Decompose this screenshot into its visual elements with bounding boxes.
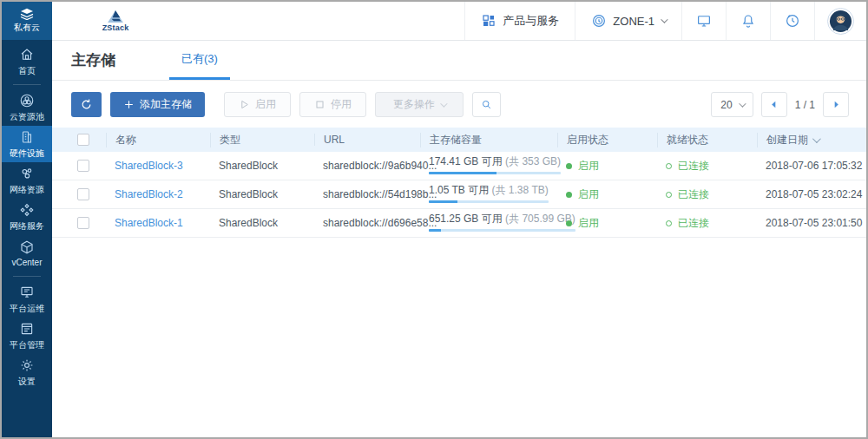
page-size-select[interactable]: 20 <box>711 92 753 117</box>
chevron-down-icon <box>661 16 667 23</box>
sidebar-item-network-resource[interactable]: 网络资源 <box>2 162 52 199</box>
status-dot-icon <box>566 220 572 226</box>
pagination: 20 1 / 1 <box>711 92 849 117</box>
disable-button[interactable]: 停用 <box>299 92 366 117</box>
capacity-cell: 1.05 TB 可用 (共 1.38 TB) <box>429 183 549 203</box>
next-page-button[interactable] <box>823 92 849 117</box>
storage-name-link[interactable]: SharedBlock-1 <box>115 217 183 229</box>
sidebar-item-home[interactable]: 首页 <box>2 43 52 80</box>
sidebar-item-platform-mgmt[interactable]: 平台管理 <box>2 318 52 354</box>
sidebar-item-cloud-pool[interactable]: 云资源池 <box>2 89 52 126</box>
chevron-down-icon <box>440 100 447 107</box>
storage-url: sharedblock://54d198b... <box>323 188 429 200</box>
operation-history-button[interactable] <box>770 2 814 40</box>
column-header-enable-status[interactable]: 启用状态 <box>557 133 666 147</box>
capacity-cell: 651.25 GB 可用 (共 705.99 GB) <box>429 212 575 232</box>
ready-status-badge: 已连接 <box>666 159 709 174</box>
grid-icon <box>481 13 496 29</box>
app-window: 私有云 首页 云资源池 硬件设施 <box>0 0 868 439</box>
topbar-right: 产品与服务 ZONE-1 <box>464 2 866 40</box>
column-header-created[interactable]: 创建日期 <box>757 133 866 147</box>
ready-status-badge: 已连接 <box>666 216 709 231</box>
sidebar-item-network-service[interactable]: 网络服务 <box>2 199 52 235</box>
sort-chevron-icon <box>812 134 821 143</box>
play-icon <box>239 99 250 110</box>
table-row[interactable]: SharedBlock-2 SharedBlock sharedblock://… <box>52 180 866 209</box>
storage-type: SharedBlock <box>219 160 323 172</box>
row-checkbox[interactable] <box>77 217 89 229</box>
vcenter-icon <box>19 239 35 255</box>
hardware-icon <box>19 129 35 145</box>
zone-selector[interactable]: ZONE-1 <box>575 2 681 40</box>
sidebar: 私有云 首页 云资源池 硬件设施 <box>2 2 52 437</box>
history-icon <box>785 13 800 29</box>
tab-existing[interactable]: 已有(3) <box>169 41 230 80</box>
status-dot-icon <box>566 192 572 198</box>
sidebar-item-settings[interactable]: 设置 <box>2 354 52 390</box>
prev-page-button[interactable] <box>761 92 787 117</box>
enable-button[interactable]: 启用 <box>224 92 291 117</box>
zone-label: ZONE-1 <box>613 15 654 28</box>
storage-name-link[interactable]: SharedBlock-3 <box>115 160 183 172</box>
settings-icon <box>19 357 35 373</box>
products-services-label: 产品与服务 <box>503 13 559 29</box>
toolbar: 添加主存储 启用 停用 更多操作 20 <box>52 81 866 128</box>
row-checkbox[interactable] <box>77 160 89 172</box>
console-button[interactable] <box>681 2 726 40</box>
column-header-ready-status[interactable]: 就绪状态 <box>657 133 766 147</box>
network-service-icon <box>19 202 35 218</box>
refresh-icon <box>80 98 93 111</box>
created-date: 2018-07-05 23:01:50 <box>766 217 866 229</box>
more-actions-button[interactable]: 更多操作 <box>375 92 464 117</box>
refresh-button[interactable] <box>71 92 102 117</box>
platform-ops-icon <box>19 285 35 300</box>
sidebar-logo-label: 私有云 <box>14 22 40 34</box>
add-primary-storage-button[interactable]: 添加主存储 <box>110 92 205 117</box>
search-button[interactable] <box>472 92 501 117</box>
column-header-capacity[interactable]: 主存储容量 <box>420 133 566 147</box>
sidebar-item-platform-ops[interactable]: 平台运维 <box>2 281 52 318</box>
zone-icon <box>591 13 607 29</box>
zstack-logo-icon <box>106 10 125 23</box>
sidebar-logo[interactable]: 私有云 <box>2 2 52 40</box>
ready-status-badge: 已连接 <box>666 187 709 202</box>
table-row[interactable]: SharedBlock-3 SharedBlock sharedblock://… <box>52 152 866 180</box>
page-indicator: 1 / 1 <box>795 99 815 111</box>
products-services-menu[interactable]: 产品与服务 <box>464 2 575 40</box>
select-all-checkbox[interactable] <box>77 134 89 146</box>
status-ring-icon <box>666 163 672 169</box>
storage-name-link[interactable]: SharedBlock-2 <box>115 188 183 200</box>
column-header-name[interactable]: 名称 <box>106 133 219 147</box>
table-row[interactable]: SharedBlock-1 SharedBlock sharedblock://… <box>52 209 866 238</box>
capacity-total: (共 705.99 GB) <box>505 213 575 225</box>
capacity-cell: 174.41 GB 可用 (共 353 GB) <box>429 154 561 174</box>
capacity-bar <box>429 172 561 174</box>
notifications-button[interactable] <box>726 2 770 40</box>
storage-type: SharedBlock <box>219 217 323 229</box>
network-resource-icon <box>19 166 35 181</box>
column-header-type[interactable]: 类型 <box>210 133 323 147</box>
capacity-bar-fill <box>429 172 496 174</box>
created-date: 2018-07-06 17:05:32 <box>766 160 866 172</box>
capacity-bar-fill <box>429 229 441 232</box>
enable-status-badge: 启用 <box>566 159 599 174</box>
capacity-bar <box>429 229 575 232</box>
cloud-pool-icon <box>19 93 35 108</box>
page-title: 主存储 <box>71 50 115 70</box>
zstack-logo[interactable]: ZStack <box>52 10 148 32</box>
capacity-available: 1.05 TB 可用 <box>429 184 489 196</box>
stop-icon <box>314 99 326 110</box>
arrow-left-icon <box>769 100 779 109</box>
status-dot-icon <box>566 163 572 169</box>
capacity-available: 174.41 GB 可用 <box>429 155 503 167</box>
sidebar-item-hardware[interactable]: 硬件设施 <box>2 126 52 162</box>
row-checkbox[interactable] <box>77 188 89 200</box>
sidebar-divider <box>13 84 41 85</box>
private-cloud-stack-icon <box>18 8 36 20</box>
sidebar-nav: 首页 云资源池 硬件设施 网络资源 <box>2 40 52 437</box>
sidebar-item-vcenter[interactable]: vCenter <box>2 235 52 272</box>
column-header-url[interactable]: URL <box>314 134 429 146</box>
storage-type: SharedBlock <box>219 188 323 200</box>
user-menu[interactable] <box>814 2 866 40</box>
created-date: 2018-07-05 23:02:24 <box>766 188 866 200</box>
